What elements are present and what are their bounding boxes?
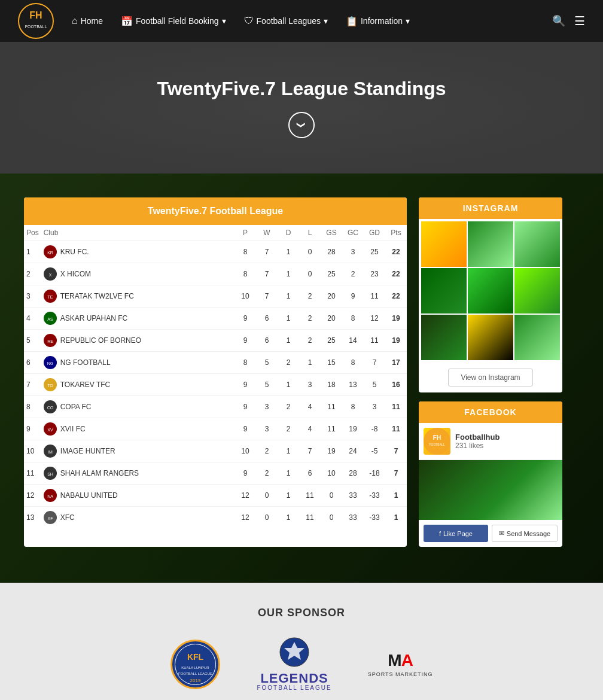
club-badge: SH bbox=[44, 467, 57, 480]
club-badge: NG bbox=[44, 356, 57, 369]
cell-w: 0 bbox=[256, 507, 278, 529]
svg-text:XV: XV bbox=[47, 428, 53, 432]
table-row: 5 RE REPUBLIC OF BORNEO 9 6 1 2 25 14 1 bbox=[24, 330, 407, 352]
facebook-message-button[interactable]: ✉ Send Message bbox=[492, 525, 558, 542]
cell-pts: 22 bbox=[385, 241, 407, 263]
cell-d: 1 bbox=[278, 485, 299, 507]
cell-gd: 25 bbox=[364, 241, 385, 263]
table-row: 12 NA NABALU UNITED 12 0 1 11 0 33 -33 bbox=[24, 485, 407, 507]
svg-text:IM: IM bbox=[48, 450, 53, 454]
cell-gc: 28 bbox=[342, 462, 364, 485]
cell-p: 8 bbox=[234, 352, 256, 374]
cell-gs: 20 bbox=[321, 285, 342, 308]
club-name: KRU FC. bbox=[60, 248, 89, 256]
instagram-image-8[interactable] bbox=[468, 315, 513, 360]
view-instagram-button[interactable]: View on Instagram bbox=[448, 369, 532, 386]
fb-page-name: Footballhub bbox=[455, 433, 500, 442]
table-row: 8 CO COPA FC 9 3 2 4 11 8 3 11 bbox=[24, 396, 407, 418]
cell-p: 9 bbox=[234, 374, 256, 396]
nav-home[interactable]: ⌂ Home bbox=[72, 16, 103, 26]
col-header-pos: Pos bbox=[24, 225, 41, 241]
cell-d: 1 bbox=[278, 462, 299, 485]
cell-d: 1 bbox=[278, 330, 299, 352]
instagram-image-1[interactable] bbox=[421, 221, 467, 267]
logo[interactable]: FH FOOTBALL bbox=[18, 3, 54, 39]
hamburger-button[interactable]: ☰ bbox=[574, 14, 585, 28]
instagram-image-2[interactable] bbox=[468, 221, 513, 267]
nav-leagues-label: Football Leagues bbox=[257, 16, 321, 26]
cell-w: 2 bbox=[256, 462, 278, 485]
cell-gc: 14 bbox=[342, 330, 364, 352]
cell-d: 1 bbox=[278, 285, 299, 308]
instagram-image-7[interactable] bbox=[421, 315, 467, 360]
cell-d: 1 bbox=[278, 374, 299, 396]
nav-info[interactable]: 📋 Information ▾ bbox=[346, 16, 410, 27]
cell-l: 2 bbox=[299, 308, 321, 330]
col-header-gs: GS bbox=[321, 225, 342, 241]
search-button[interactable]: 🔍 bbox=[552, 14, 565, 28]
cell-gc: 8 bbox=[342, 352, 364, 374]
instagram-image-5[interactable] bbox=[468, 268, 513, 314]
booking-chevron-icon: ▾ bbox=[222, 16, 226, 26]
cell-gs: 0 bbox=[321, 507, 342, 529]
svg-text:FOOTBALL: FOOTBALL bbox=[429, 443, 444, 446]
standings-header: TwentyFive.7 Football League bbox=[24, 197, 407, 225]
instagram-image-3[interactable] bbox=[514, 221, 560, 267]
cell-gd: 11 bbox=[364, 330, 385, 352]
club-name: TOKAREV TFC bbox=[60, 381, 111, 389]
cell-club: TE TERATAK TW2LVE FC bbox=[41, 285, 234, 308]
cell-pts: 11 bbox=[385, 396, 407, 418]
svg-text:TE: TE bbox=[47, 295, 53, 299]
info-chevron-icon: ▾ bbox=[406, 16, 410, 26]
instagram-image-9[interactable] bbox=[514, 315, 560, 360]
club-badge: NA bbox=[44, 489, 57, 502]
nav-leagues[interactable]: 🛡 Football Leagues ▾ bbox=[244, 16, 328, 26]
cell-pts: 22 bbox=[385, 263, 407, 285]
svg-text:2019: 2019 bbox=[190, 678, 201, 683]
cell-gd: 11 bbox=[364, 285, 385, 308]
facebook-like-button[interactable]: f Like Page bbox=[424, 525, 488, 542]
cell-gc: 13 bbox=[342, 374, 364, 396]
cell-pos: 3 bbox=[24, 285, 41, 308]
cell-w: 2 bbox=[256, 440, 278, 462]
club-badge: XF bbox=[44, 511, 57, 524]
sponsor-ma: MA SPORTS MARKETING bbox=[368, 651, 433, 677]
legends-subtitle: FOOTBALL LEAGUE bbox=[257, 685, 331, 691]
cell-gc: 3 bbox=[342, 241, 364, 263]
table-row: 11 SH SHAH ALAM RANGERS 9 2 1 6 10 28 - bbox=[24, 462, 407, 485]
shield-icon: 🛡 bbox=[244, 16, 254, 26]
cell-w: 7 bbox=[256, 285, 278, 308]
cell-p: 9 bbox=[234, 396, 256, 418]
nav-links: ⌂ Home 📅 Football Field Booking ▾ 🛡 Foot… bbox=[72, 16, 552, 27]
cell-p: 10 bbox=[234, 285, 256, 308]
facebook-header: FACEBOOK bbox=[419, 401, 562, 423]
cell-club: CO COPA FC bbox=[41, 396, 234, 418]
instagram-image-4[interactable] bbox=[421, 268, 467, 314]
club-name: NABALU UNITED bbox=[60, 491, 118, 500]
nav-booking[interactable]: 📅 Football Field Booking ▾ bbox=[121, 16, 226, 27]
facebook-card: FACEBOOK FH FOOTBALL Footballhub 231 lik… bbox=[419, 401, 562, 547]
cell-l: 2 bbox=[299, 285, 321, 308]
cell-club: TO TOKAREV TFC bbox=[41, 374, 234, 396]
club-name: SHAH ALAM RANGERS bbox=[60, 469, 139, 477]
cell-p: 12 bbox=[234, 507, 256, 529]
table-row: 1 KR KRU FC. 8 7 1 0 28 3 25 22 bbox=[24, 241, 407, 263]
message-icon: ✉ bbox=[499, 529, 504, 537]
col-header-l: L bbox=[299, 225, 321, 241]
cell-w: 3 bbox=[256, 418, 278, 440]
cell-gd: 5 bbox=[364, 374, 385, 396]
sponsor-section: OUR SPONSOR KFL KUALA LUMPUR FOOTBALL LE… bbox=[0, 583, 603, 700]
cell-pos: 10 bbox=[24, 440, 41, 462]
club-badge: IM bbox=[44, 445, 57, 458]
cell-gd: 12 bbox=[364, 308, 385, 330]
table-row: 10 IM IMAGE HUNTER 10 2 1 7 19 24 -5 bbox=[24, 440, 407, 462]
legends-name: LEGENDS bbox=[257, 672, 331, 685]
cell-w: 0 bbox=[256, 485, 278, 507]
scroll-down-button[interactable] bbox=[288, 112, 315, 138]
col-header-pts: Pts bbox=[385, 225, 407, 241]
cell-w: 7 bbox=[256, 263, 278, 285]
svg-text:SH: SH bbox=[47, 472, 53, 476]
sponsor-legends: LEGENDS FOOTBALL LEAGUE bbox=[257, 637, 331, 691]
instagram-image-6[interactable] bbox=[514, 268, 560, 314]
club-badge: RE bbox=[44, 334, 57, 347]
